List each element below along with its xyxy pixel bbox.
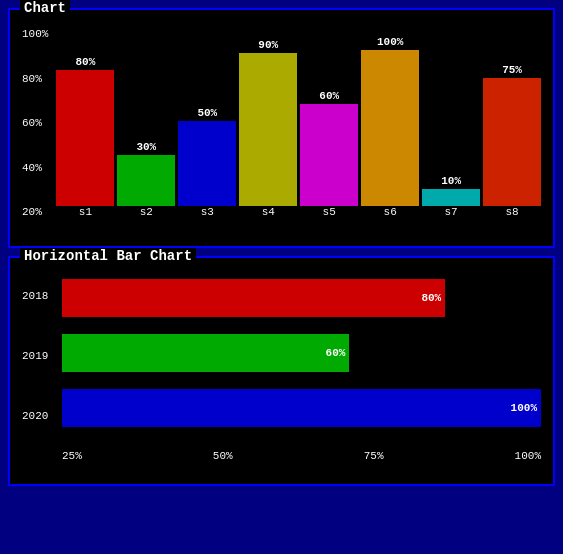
bar-group: 30%: [117, 36, 175, 206]
h-x-label: 100%: [515, 450, 541, 462]
h-x-label: 50%: [213, 450, 233, 462]
bar-value-label: 10%: [441, 175, 461, 187]
x-label: s1: [56, 206, 114, 218]
bar-group: 100%: [361, 36, 419, 206]
bar-group: 10%: [422, 36, 480, 206]
bar: [239, 53, 297, 206]
x-labels-row: s1s2s3s4s5s6s7s8: [52, 206, 541, 218]
h-x-label: 75%: [364, 450, 384, 462]
bar-value-label: 80%: [75, 56, 95, 68]
h-bars-area: 80%60%100%: [62, 266, 541, 446]
y-label: 20%: [22, 206, 48, 218]
h-chart-body: 201820192020 80%60%100%: [22, 266, 541, 446]
bar-value-label: 60%: [319, 90, 339, 102]
x-label: s2: [117, 206, 175, 218]
h-x-label: 25%: [62, 450, 82, 462]
bar-value-label: 90%: [258, 39, 278, 51]
bar-group: 80%: [56, 36, 114, 206]
h-bar-row: 100%: [62, 383, 541, 432]
bar-value-label: 100%: [377, 36, 403, 48]
bar: [483, 78, 541, 206]
horizontal-chart-title: Horizontal Bar Chart: [20, 248, 196, 264]
bar-value-label: 50%: [197, 107, 217, 119]
h-bar-row: 60%: [62, 329, 541, 378]
h-bar-value: 100%: [511, 402, 541, 414]
vertical-chart-body: 20%40%60%80%100% 80%30%50%90%60%100%10%7…: [22, 18, 541, 218]
x-label: s3: [178, 206, 236, 218]
h-x-labels: 25%50%75%100%: [22, 450, 541, 462]
h-y-label: 2018: [22, 290, 58, 302]
y-label: 80%: [22, 73, 48, 85]
bar-value-label: 30%: [136, 141, 156, 153]
vertical-bar-chart: Chart 20%40%60%80%100% 80%30%50%90%60%10…: [8, 8, 555, 248]
y-label: 100%: [22, 28, 48, 40]
bar-group: 60%: [300, 36, 358, 206]
horizontal-bar-chart: Horizontal Bar Chart 201820192020 80%60%…: [8, 256, 555, 486]
y-axis-labels: 20%40%60%80%100%: [22, 28, 48, 218]
bar: [300, 104, 358, 206]
h-bar: 80%: [62, 279, 445, 317]
bar-group: 50%: [178, 36, 236, 206]
y-label: 60%: [22, 117, 48, 129]
bar: [361, 50, 419, 206]
h-bar-value: 80%: [421, 292, 445, 304]
x-label: s7: [422, 206, 480, 218]
y-label: 40%: [22, 162, 48, 174]
h-bar: 60%: [62, 334, 349, 372]
h-y-label: 2019: [22, 350, 58, 362]
h-y-label: 2020: [22, 410, 58, 422]
h-y-labels: 201820192020: [22, 266, 62, 446]
h-bar: 100%: [62, 389, 541, 427]
bar: [56, 70, 114, 206]
h-bar-row: 80%: [62, 274, 541, 323]
bar-group: 90%: [239, 36, 297, 206]
bar: [422, 189, 480, 206]
x-label: s5: [300, 206, 358, 218]
bar: [117, 155, 175, 206]
x-label: s4: [239, 206, 297, 218]
bar-value-label: 75%: [502, 64, 522, 76]
bar-group: 75%: [483, 36, 541, 206]
bar: [178, 121, 236, 206]
vertical-chart-title: Chart: [20, 0, 70, 16]
bars-row: 80%30%50%90%60%100%10%75%: [52, 31, 541, 206]
x-label: s6: [361, 206, 419, 218]
h-bar-value: 60%: [326, 347, 350, 359]
bars-and-labels: 80%30%50%90%60%100%10%75% s1s2s3s4s5s6s7…: [52, 31, 541, 218]
x-label: s8: [483, 206, 541, 218]
